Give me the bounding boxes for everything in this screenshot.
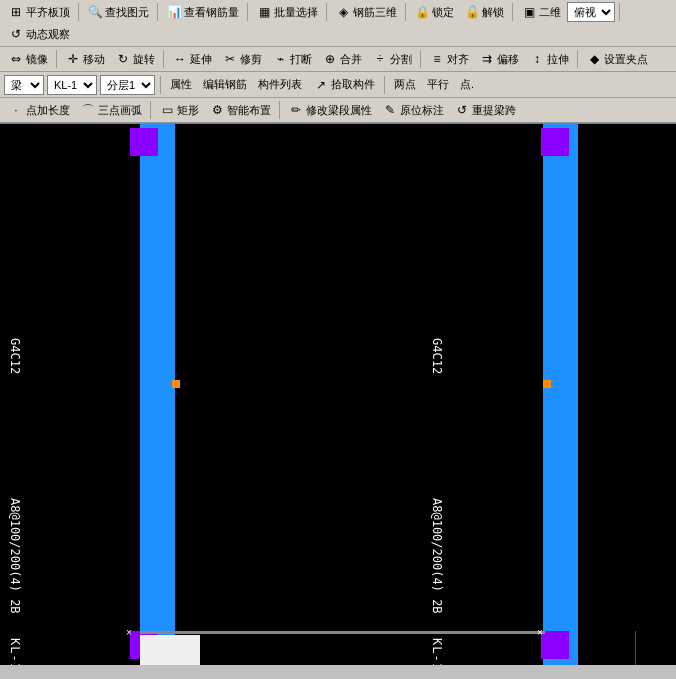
btn-trim[interactable]: ✂ 修剪	[218, 49, 266, 69]
toolbar-row-2: ⇔ 镜像 ✛ 移动 ↻ 旋转 ↔ 延伸 ✂ 修剪 ⌁ 打断 ⊕ 合并 ÷	[0, 47, 676, 72]
align-icon: ≡	[429, 51, 445, 67]
btn-extend[interactable]: ↔ 延伸	[168, 49, 216, 69]
btn-set-grip[interactable]: ◆ 设置夹点	[582, 49, 652, 69]
btn-three-point-arc[interactable]: ⌒ 三点画弧	[76, 100, 146, 120]
sep-r3-2	[384, 76, 385, 94]
extend-icon: ↔	[172, 51, 188, 67]
btn-rebar-3d[interactable]: ◈ 钢筋三维	[331, 2, 401, 22]
toolbar-row-1: ⊞ 平齐板顶 🔍 查找图元 📊 查看钢筋量 ▦ 批量选择 ◈ 钢筋三维 🔒 锁定	[0, 0, 676, 47]
find-icon: 🔍	[87, 4, 103, 20]
btn-stretch[interactable]: ↕ 拉伸	[525, 49, 573, 69]
annotation-text-left: KL-1 200*500	[8, 638, 22, 665]
red-vertical-line	[635, 631, 636, 665]
merge-icon: ⊕	[322, 51, 338, 67]
btn-unlock[interactable]: 🔓 解锁	[460, 2, 508, 22]
btn-two-point[interactable]: 两点	[390, 75, 420, 94]
offset-icon: ⇉	[479, 51, 495, 67]
sep-r4-1	[150, 101, 151, 119]
btn-align[interactable]: ≡ 对齐	[425, 49, 473, 69]
purple-corner-bottom-right	[541, 631, 569, 659]
btn-merge[interactable]: ⊕ 合并	[318, 49, 366, 69]
grip-icon: ◆	[586, 51, 602, 67]
btn-move[interactable]: ✛ 移动	[61, 49, 109, 69]
toolbar-container: ⊞ 平齐板顶 🔍 查找图元 📊 查看钢筋量 ▦ 批量选择 ◈ 钢筋三维 🔒 锁定	[0, 0, 676, 124]
lock-icon: 🔒	[414, 4, 430, 20]
column-right	[543, 124, 578, 665]
sep6	[512, 3, 513, 21]
floor-select[interactable]: 分层1	[100, 75, 155, 95]
annotation-text-right-3: G4C12	[430, 338, 444, 374]
btn-in-place-annotation[interactable]: ✎ 原位标注	[378, 100, 448, 120]
annotation-icon: ✎	[382, 102, 398, 118]
trim-icon: ✂	[222, 51, 238, 67]
midpoint-marker-left	[172, 380, 180, 388]
btn-dynamic-view[interactable]: ↺ 动态观察	[4, 24, 74, 44]
sep7	[619, 3, 620, 21]
toolbar-row-4: · 点加长度 ⌒ 三点画弧 ▭ 矩形 ⚙ 智能布置 ✏ 修改梁段属性 ✎ 原位标…	[0, 98, 676, 123]
dynamic-view-icon: ↺	[8, 26, 24, 42]
sep5	[405, 3, 406, 21]
btn-mirror[interactable]: ⇔ 镜像	[4, 49, 52, 69]
btn-split[interactable]: ÷ 分割	[368, 49, 416, 69]
purple-corner-top-left	[130, 128, 158, 156]
break-icon: ⌁	[272, 51, 288, 67]
btn-batch-select[interactable]: ▦ 批量选择	[252, 2, 322, 22]
rebar-3d-icon: ◈	[335, 4, 351, 20]
extract-icon: ↺	[454, 102, 470, 118]
btn-modify-segment[interactable]: ✏ 修改梁段属性	[284, 100, 376, 120]
btn-rebar-view[interactable]: 📊 查看钢筋量	[162, 2, 243, 22]
2d-icon: ▣	[521, 4, 537, 20]
btn-component-list[interactable]: 构件列表	[254, 75, 306, 94]
btn-smart-place[interactable]: ⚙ 智能布置	[205, 100, 275, 120]
horizontal-line	[140, 631, 545, 634]
btn-re-extract-span[interactable]: ↺ 重提梁跨	[450, 100, 520, 120]
sep-r2-2	[163, 50, 164, 68]
btn-2d[interactable]: ▣ 二维	[517, 2, 565, 22]
annotation-text-right-2: A8@100/200(4) 2B	[430, 498, 444, 614]
btn-pingqi[interactable]: ⊞ 平齐板顶	[4, 2, 74, 22]
btn-find[interactable]: 🔍 查找图元	[83, 2, 153, 22]
purple-corner-top-right	[541, 128, 569, 156]
column-left	[140, 124, 175, 665]
rotate-icon: ↻	[115, 51, 131, 67]
arc-icon: ⌒	[80, 102, 96, 118]
btn-properties[interactable]: 属性	[166, 75, 196, 94]
annotation-text-right: KL-1 200*500	[430, 638, 444, 665]
move-icon: ✛	[65, 51, 81, 67]
btn-lock[interactable]: 🔒 锁定	[410, 2, 458, 22]
rect-icon: ▭	[159, 102, 175, 118]
cross-mark-bl: ×	[126, 627, 132, 638]
mirror-icon: ⇔	[8, 51, 24, 67]
canvas-area[interactable]: × × KL-1 200*500 A8@100/200(4) 2B G4C12 …	[0, 124, 676, 665]
btn-offset[interactable]: ⇉ 偏移	[475, 49, 523, 69]
rebar-view-icon: 📊	[166, 4, 182, 20]
element-id-select[interactable]: KL-1	[47, 75, 97, 95]
btn-parallel[interactable]: 平行	[423, 75, 453, 94]
unlock-icon: 🔓	[464, 4, 480, 20]
sep-r2-1	[56, 50, 57, 68]
modify-icon: ✏	[288, 102, 304, 118]
sep3	[247, 3, 248, 21]
pingqi-icon: ⊞	[8, 4, 24, 20]
sep-r3-1	[160, 76, 161, 94]
cross-mark-br: ×	[537, 627, 543, 638]
btn-rect[interactable]: ▭ 矩形	[155, 100, 203, 120]
smart-icon: ⚙	[209, 102, 225, 118]
view-select[interactable]: 俯视 正视	[567, 2, 615, 22]
sep1	[78, 3, 79, 21]
btn-rotate[interactable]: ↻ 旋转	[111, 49, 159, 69]
toolbar-row-3: 梁 KL-1 分层1 属性 编辑钢筋 构件列表 ↗ 拾取构件 两点 平行 点.	[0, 72, 676, 98]
sep-r2-4	[577, 50, 578, 68]
btn-break[interactable]: ⌁ 打断	[268, 49, 316, 69]
btn-point-add-length[interactable]: · 点加长度	[4, 100, 74, 120]
element-type-select[interactable]: 梁	[4, 75, 44, 95]
annotation-text-left-3: G4C12	[8, 338, 22, 374]
midpoint-marker-right	[543, 380, 551, 388]
stretch-icon: ↕	[529, 51, 545, 67]
btn-point[interactable]: 点.	[456, 75, 478, 94]
btn-edit-rebar[interactable]: 编辑钢筋	[199, 75, 251, 94]
sep2	[157, 3, 158, 21]
btn-pick-component[interactable]: ↗ 拾取构件	[309, 75, 379, 95]
sep-r4-2	[279, 101, 280, 119]
sep4	[326, 3, 327, 21]
